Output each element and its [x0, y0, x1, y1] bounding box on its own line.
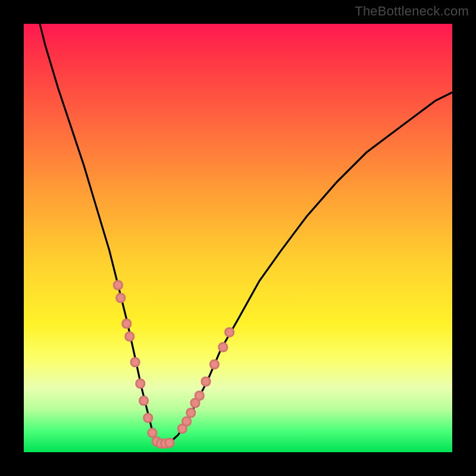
data-marker — [148, 429, 156, 437]
data-marker — [126, 333, 134, 341]
data-marker — [226, 328, 234, 336]
chart-frame: TheBottleneck.com — [0, 0, 476, 476]
data-marker — [140, 397, 148, 405]
data-marker — [202, 377, 210, 386]
data-marker — [117, 294, 125, 302]
data-marker — [136, 380, 145, 388]
data-marker — [195, 392, 203, 400]
data-marker — [114, 281, 122, 289]
data-marker — [165, 439, 174, 447]
data-marker — [144, 414, 152, 422]
data-marker — [219, 343, 227, 352]
data-marker — [210, 360, 218, 368]
watermark-text: TheBottleneck.com — [355, 4, 469, 19]
plot-area — [24, 24, 452, 452]
data-marker — [187, 409, 195, 417]
data-marker — [183, 417, 191, 425]
marker-group — [114, 281, 233, 447]
curve-layer — [24, 24, 452, 452]
bottleneck-curve — [37, 11, 452, 443]
data-marker — [123, 320, 131, 328]
data-marker — [131, 358, 139, 367]
